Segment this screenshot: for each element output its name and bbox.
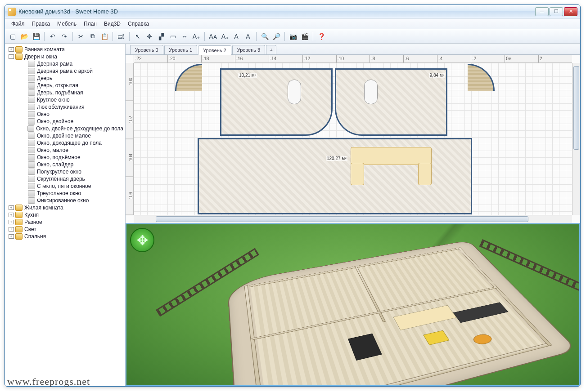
photo-icon[interactable]: 📷 bbox=[288, 31, 298, 41]
scroll-thumb[interactable] bbox=[156, 216, 528, 222]
open-icon[interactable]: 📂 bbox=[19, 31, 29, 41]
scroll-thumb[interactable] bbox=[573, 66, 579, 150]
room-bath-left[interactable] bbox=[220, 68, 333, 136]
catalog-item[interactable]: Окно, малое bbox=[5, 147, 125, 154]
item-label: Окно, доходящее до пола bbox=[37, 140, 102, 146]
expand-icon[interactable]: - bbox=[9, 54, 14, 59]
copy-icon[interactable]: ⧉ bbox=[88, 31, 98, 41]
plan-scroll-h[interactable] bbox=[134, 215, 572, 223]
folder-icon bbox=[15, 226, 23, 232]
item-label: Полукруглое окно bbox=[37, 169, 81, 175]
sofa-arm-r[interactable] bbox=[418, 163, 432, 185]
sofa[interactable] bbox=[351, 147, 432, 165]
catalog-item[interactable]: Окно, двойное доходящее до пола bbox=[5, 125, 125, 132]
catalog-item[interactable]: Окно, двойное bbox=[5, 118, 125, 125]
menu-План[interactable]: План bbox=[80, 19, 100, 28]
catalog-item[interactable]: Скруглённая дверь bbox=[5, 175, 125, 183]
ruler-tick: 0м bbox=[505, 55, 538, 62]
menu-Мебель[interactable]: Мебель bbox=[54, 19, 80, 28]
catalog-item[interactable]: Окно, двойное малое bbox=[5, 132, 125, 139]
wall-icon[interactable]: ▞ bbox=[156, 31, 166, 41]
ruler-tick: -2 bbox=[471, 55, 505, 62]
maximize-button[interactable]: ☐ bbox=[550, 7, 563, 16]
select-icon[interactable]: ↖ bbox=[133, 31, 143, 41]
furniture-icon bbox=[28, 147, 35, 153]
cut-icon[interactable]: ✂ bbox=[76, 31, 86, 41]
level-tab[interactable]: Уровень 2 bbox=[198, 45, 231, 55]
titlebar[interactable]: Киевский дом.sh3d - Sweet Home 3D ─ ☐ ✕ bbox=[5, 5, 580, 18]
catalog-item[interactable]: Стекло, пяти оконное bbox=[5, 183, 125, 190]
catalog-item[interactable]: Окно, доходящее до пола bbox=[5, 139, 125, 147]
pan-icon[interactable]: ✥ bbox=[144, 31, 154, 41]
zoom-in-icon[interactable]: 🔍 bbox=[260, 31, 270, 41]
zoom-out-icon[interactable]: 🔎 bbox=[271, 31, 281, 41]
catalog-item[interactable]: Фиксированное окно bbox=[5, 197, 125, 204]
menu-Правка[interactable]: Правка bbox=[28, 19, 54, 28]
catalog-folder[interactable]: +Спальня bbox=[5, 233, 125, 240]
catalog-item[interactable]: Окно, слайдер bbox=[5, 161, 125, 168]
catalog-item[interactable]: Люк обслуживания bbox=[5, 103, 125, 111]
catalog-item[interactable]: Треугольное окно bbox=[5, 190, 125, 197]
catalog-item[interactable]: Окно bbox=[5, 111, 125, 118]
sofa-arm-l[interactable] bbox=[351, 163, 364, 185]
text-decrease-icon[interactable]: A bbox=[231, 31, 241, 41]
view-3d[interactable] bbox=[126, 223, 580, 386]
level-tab[interactable]: Уровень 3 bbox=[232, 45, 266, 54]
plan-2d-view[interactable]: -22-20-18-16-14-12-10-8-6-4-20м2 1001021… bbox=[126, 55, 580, 223]
text-italic-icon[interactable]: Aₐ bbox=[220, 31, 230, 41]
catalog-folder[interactable]: +Кухня bbox=[5, 211, 125, 218]
redo-icon[interactable]: ↷ bbox=[59, 31, 69, 41]
minimize-button[interactable]: ─ bbox=[535, 7, 549, 16]
watermark: www.freeprogs.net bbox=[7, 376, 90, 387]
furniture-add-icon[interactable]: 🛋 bbox=[116, 31, 126, 41]
video-icon[interactable]: 🎬 bbox=[300, 31, 310, 41]
level-tab[interactable]: Уровень 1 bbox=[164, 45, 198, 54]
furniture-icon bbox=[28, 118, 35, 125]
catalog-item[interactable]: Круглое окно bbox=[5, 96, 125, 103]
furniture-catalog[interactable]: +Ванная комната-Двери и окнаДверная рама… bbox=[5, 44, 126, 386]
help-icon[interactable]: ❓ bbox=[316, 31, 326, 41]
save-icon[interactable]: 💾 bbox=[31, 31, 41, 41]
new-file-icon[interactable]: ▢ bbox=[8, 31, 18, 41]
catalog-item[interactable]: Окно, подъёмное bbox=[5, 154, 125, 161]
bathtub-2[interactable] bbox=[364, 80, 378, 104]
item-label: Скруглённая дверь bbox=[37, 176, 85, 182]
catalog-item[interactable]: Дверь, открытая bbox=[5, 82, 125, 89]
expand-icon[interactable]: + bbox=[9, 234, 14, 239]
catalog-item[interactable]: Дверь, подъёмная bbox=[5, 89, 125, 96]
expand-icon[interactable]: + bbox=[9, 220, 14, 224]
expand-icon[interactable]: + bbox=[9, 47, 14, 52]
toolbar-separator bbox=[284, 32, 285, 41]
undo-icon[interactable]: ↶ bbox=[48, 31, 58, 41]
nav-compass-3d[interactable] bbox=[130, 228, 154, 252]
dimension-icon[interactable]: ↔ bbox=[180, 31, 189, 41]
text-icon[interactable]: A₊ bbox=[191, 31, 201, 41]
catalog-item[interactable]: Дверь bbox=[5, 75, 125, 82]
menu-Справка[interactable]: Справка bbox=[124, 19, 153, 28]
catalog-item[interactable]: Дверная рама с аркой bbox=[5, 67, 125, 75]
text-bold-icon[interactable]: Aᴀ bbox=[208, 31, 218, 41]
menu-Файл[interactable]: Файл bbox=[8, 19, 28, 28]
text-increase-icon[interactable]: A bbox=[243, 31, 253, 41]
close-button[interactable]: ✕ bbox=[564, 7, 577, 16]
catalog-folder[interactable]: +Ванная комната bbox=[5, 46, 125, 53]
floorplan[interactable]: 10,21 м² 9,84 м² 120,27 м² bbox=[193, 68, 477, 212]
level-tab[interactable]: Уровень 0 bbox=[130, 45, 163, 54]
room-bath-right[interactable] bbox=[335, 68, 447, 136]
catalog-item[interactable]: Дверная рама bbox=[5, 60, 125, 67]
bathtub-1[interactable] bbox=[288, 80, 301, 104]
add-level-tab[interactable]: + bbox=[266, 45, 276, 54]
toolbar-separator bbox=[72, 32, 73, 41]
expand-icon[interactable]: + bbox=[9, 227, 14, 232]
catalog-folder[interactable]: +Свет bbox=[5, 226, 125, 233]
expand-icon[interactable]: + bbox=[9, 205, 14, 210]
catalog-folder[interactable]: +Разное bbox=[5, 218, 125, 226]
plan-scroll-v[interactable] bbox=[572, 63, 580, 215]
catalog-item[interactable]: Полукруглое окно bbox=[5, 168, 125, 175]
menu-Вид3D[interactable]: Вид3D bbox=[100, 19, 124, 28]
catalog-folder[interactable]: -Двери и окна bbox=[5, 53, 125, 60]
catalog-folder[interactable]: +Жилая комната bbox=[5, 204, 125, 211]
paste-icon[interactable]: 📋 bbox=[99, 31, 109, 41]
room-icon[interactable]: ▭ bbox=[168, 31, 178, 41]
expand-icon[interactable]: + bbox=[9, 213, 14, 217]
